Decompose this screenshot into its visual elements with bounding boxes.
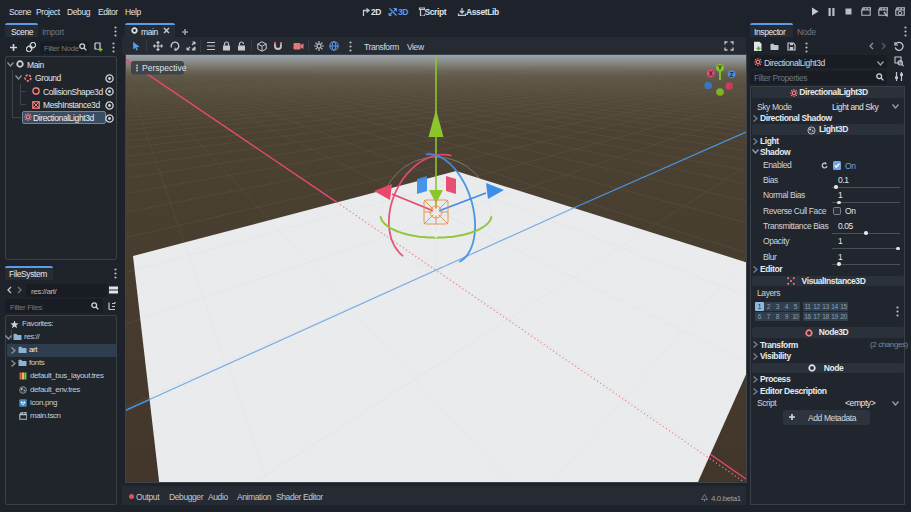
svg-text:Y: Y (718, 64, 723, 71)
svg-text:Z: Z (730, 71, 734, 78)
svg-text:Perspective: Perspective (142, 63, 187, 73)
svg-text:X: X (708, 70, 713, 77)
